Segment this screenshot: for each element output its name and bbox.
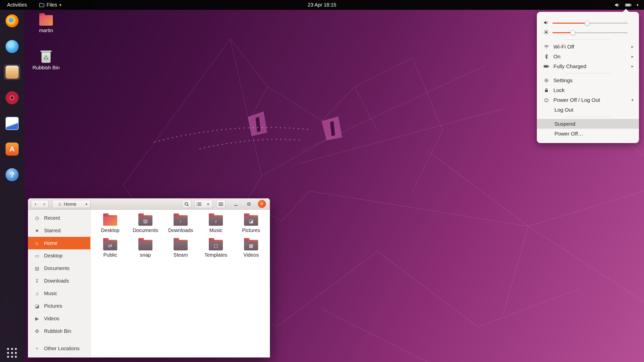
- search-button[interactable]: [182, 200, 191, 208]
- folder-desktop[interactable]: Desktop: [93, 213, 128, 238]
- folder-icon: ♪: [209, 215, 223, 226]
- download-icon: ↧: [34, 279, 40, 283]
- chevron-down-icon: ▾: [631, 98, 633, 102]
- desktop-icon-home[interactable]: ⌂ martin: [32, 13, 60, 33]
- volume-slider-row: [537, 18, 639, 28]
- menu-item-wifi[interactable]: Wi-Fi Off ▸: [537, 42, 639, 52]
- chevron-right-icon: ▸: [631, 64, 633, 68]
- dock-item-libreoffice-writer[interactable]: [4, 116, 20, 131]
- dock-item-firefox[interactable]: [4, 13, 20, 29]
- activities-button[interactable]: Activities: [0, 0, 34, 10]
- minimize-button[interactable]: [232, 200, 239, 207]
- sidebar-item-rubbish-bin[interactable]: ♻Rubbish Bin: [28, 325, 90, 337]
- menu-item-power-off-log-out[interactable]: Power Off / Log Out ▾: [537, 95, 639, 105]
- files-app-icon: [39, 3, 44, 7]
- chevron-right-icon: ▸: [631, 55, 633, 59]
- menu-item-battery[interactable]: Fully Charged ▸: [537, 61, 639, 71]
- maximize-button[interactable]: [245, 200, 252, 207]
- folder-label: Videos: [244, 252, 259, 258]
- menu-item-log-out[interactable]: Log Out: [537, 105, 639, 115]
- folder-label: Pictures: [242, 228, 260, 233]
- brightness-slider-knob[interactable]: [570, 30, 575, 35]
- back-button[interactable]: ‹: [31, 200, 40, 208]
- list-view-button[interactable]: [194, 200, 204, 208]
- music-emblem-icon: ♪: [215, 219, 217, 223]
- menu-item-suspend[interactable]: Suspend: [537, 119, 639, 129]
- folder-label: Templates: [204, 252, 227, 258]
- libreoffice-writer-icon: [6, 117, 19, 130]
- sidebar-item-home[interactable]: ⌂Home: [28, 237, 90, 249]
- folder-downloads[interactable]: ↓ Downloads: [163, 213, 198, 238]
- template-emblem-icon: ▢: [214, 243, 218, 248]
- view-options-dropdown[interactable]: ▾: [204, 200, 213, 208]
- picture-icon: ◪: [34, 304, 40, 308]
- menu-item-lock[interactable]: Lock: [537, 85, 639, 95]
- folder-label: snap: [140, 252, 151, 258]
- dock-item-help[interactable]: ?: [4, 167, 20, 183]
- volume-slider-knob[interactable]: [585, 21, 590, 26]
- firefox-icon: [6, 14, 19, 27]
- files-content-area[interactable]: Desktop ▤ Documents ↓ Downloads ♪ Music …: [91, 210, 270, 357]
- forward-button[interactable]: ›: [40, 200, 49, 208]
- system-menu: Wi-Fi Off ▸ On ▸ Fully Charged ▸ Setting…: [537, 12, 639, 143]
- volume-slider[interactable]: [552, 21, 628, 26]
- menu-item-settings[interactable]: Settings: [537, 75, 639, 85]
- sidebar-item-music[interactable]: ♫Music: [28, 287, 90, 300]
- folder-templates[interactable]: ▢ Templates: [198, 238, 233, 262]
- desktop-screen: Activities Files ▾ 23 Apr 18:15 ▾ A ?: [0, 0, 644, 362]
- folder-icon: ◪: [244, 215, 258, 226]
- files-titlebar[interactable]: ‹ › ⌂ Home ▾ ▾ ×: [28, 198, 270, 210]
- dock-item-files[interactable]: [4, 64, 20, 80]
- folder-snap[interactable]: snap: [128, 238, 163, 262]
- dock-item-ubuntu-software[interactable]: A: [4, 141, 20, 157]
- folder-icon: ▤: [138, 215, 152, 226]
- system-status-area[interactable]: ▾: [612, 0, 641, 10]
- folder-public[interactable]: ⇄ Public: [93, 238, 128, 262]
- folder-videos[interactable]: ▦ Videos: [233, 238, 269, 262]
- music-note-icon: ♫: [34, 291, 40, 296]
- menu-item-bluetooth[interactable]: On ▸: [537, 52, 639, 61]
- location-dropdown-button[interactable]: ▾: [83, 200, 91, 208]
- sidebar-item-recent[interactable]: ◷Recent: [28, 212, 90, 224]
- home-folder-icon: ⌂: [39, 15, 53, 26]
- recycle-icon: [43, 55, 49, 60]
- sidebar-item-downloads[interactable]: ↧Downloads: [28, 275, 90, 287]
- folder-steam[interactable]: Steam: [163, 238, 198, 262]
- folder-documents[interactable]: ▤ Documents: [128, 213, 163, 238]
- folder-music[interactable]: ♪ Music: [198, 213, 233, 238]
- location-button[interactable]: ⌂ Home: [52, 200, 83, 208]
- window-menu-button[interactable]: [216, 200, 226, 208]
- folder-label: Documents: [133, 228, 158, 233]
- sidebar-item-other-locations[interactable]: +Other Locations: [28, 342, 90, 355]
- close-button[interactable]: ×: [258, 200, 266, 208]
- list-view-icon: [197, 202, 201, 206]
- folder-icon: ↓: [174, 215, 188, 226]
- dock-item-rhythmbox[interactable]: [4, 90, 20, 106]
- video-emblem-icon: ▦: [249, 243, 253, 248]
- brightness-slider[interactable]: [552, 30, 628, 35]
- sidebar-item-documents[interactable]: ▤Documents: [28, 262, 90, 275]
- search-icon: [184, 202, 189, 206]
- clock[interactable]: 23 Apr 18:15: [0, 2, 644, 8]
- dock-item-thunderbird[interactable]: [4, 39, 20, 54]
- plus-icon: +: [34, 346, 40, 351]
- sidebar-item-videos[interactable]: ▶Videos: [28, 312, 90, 325]
- app-menu-button[interactable]: Files ▾: [37, 0, 64, 10]
- menu-item-power-off[interactable]: Power Off…: [537, 129, 639, 139]
- app-menu-label: Files: [47, 2, 57, 8]
- chevron-down-icon: ▾: [636, 3, 638, 7]
- bluetooth-icon: [543, 54, 549, 59]
- clock-icon: ◷: [34, 216, 40, 220]
- sidebar-item-starred[interactable]: ★Starred: [28, 224, 90, 237]
- star-icon: ★: [34, 228, 40, 233]
- chevron-right-icon: ▸: [631, 45, 633, 49]
- folder-pictures[interactable]: ◪ Pictures: [233, 213, 269, 238]
- rubbish-bin-icon: [42, 52, 51, 63]
- help-icon: ?: [6, 168, 19, 181]
- show-applications-button[interactable]: [7, 348, 17, 358]
- sidebar-item-desktop[interactable]: ▭Desktop: [28, 249, 90, 262]
- desktop-icon-rubbish-bin[interactable]: Rubbish Bin: [32, 50, 60, 71]
- home-icon: ⌂: [45, 19, 47, 23]
- sidebar-item-pictures[interactable]: ◪Pictures: [28, 300, 90, 312]
- menu-separator: [565, 117, 611, 117]
